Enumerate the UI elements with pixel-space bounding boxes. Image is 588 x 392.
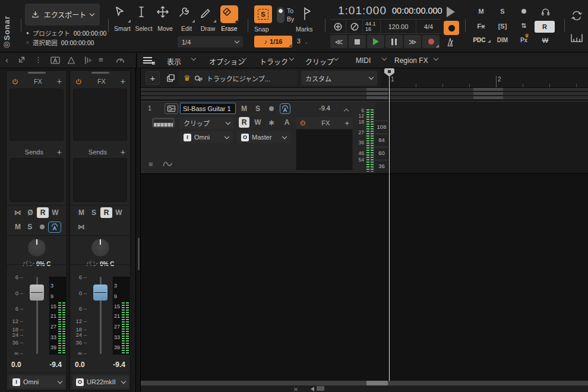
menu-midi[interactable]: MIDI: [356, 56, 371, 65]
interleave-button[interactable]: ⋈: [75, 222, 87, 232]
record-arm-button[interactable]: [444, 21, 459, 35]
wave-icon[interactable]: [163, 161, 172, 167]
sends-bin[interactable]: [73, 158, 127, 202]
solo-button[interactable]: S: [88, 207, 100, 218]
smart-tool-button[interactable]: Smart: [111, 5, 134, 32]
draw-tool-button[interactable]: Draw: [197, 5, 219, 32]
menu-region-fx[interactable]: Region FX: [394, 56, 428, 65]
time-display-primary[interactable]: 1:01:000: [331, 4, 393, 17]
read-button[interactable]: R: [37, 207, 49, 218]
mute-button[interactable]: M: [12, 222, 24, 232]
time-signature-display[interactable]: 4/4: [416, 20, 441, 33]
clip-mode-dropdown[interactable]: クリップ: [179, 117, 234, 129]
ruler-module-button[interactable]: [570, 32, 584, 44]
navigator-thumb[interactable]: [366, 88, 388, 100]
output-dropdown[interactable]: O UR22mkII: [72, 375, 129, 388]
chevron-down-icon[interactable]: [191, 56, 196, 61]
track-jump-control[interactable]: ♛ トラックにジャンプ...: [179, 71, 298, 86]
automation-read-button[interactable]: R: [535, 21, 555, 33]
freeze-button[interactable]: ∗: [266, 117, 277, 128]
power-icon[interactable]: [299, 119, 306, 127]
track-gain-value[interactable]: -9.4: [319, 105, 330, 112]
erase-tool-button[interactable]: Erase: [218, 5, 241, 32]
input-dropdown[interactable]: I Omni: [9, 375, 65, 388]
menu-options[interactable]: オプション: [209, 56, 245, 67]
audio-tab-button[interactable]: [50, 56, 61, 65]
preset-dropdown[interactable]: カスタム: [301, 71, 377, 86]
workspace-menu-button[interactable]: [143, 57, 152, 65]
track-mute-button[interactable]: M: [239, 103, 249, 114]
mix-audition-button[interactable]: [535, 7, 555, 17]
metronome-tab-button[interactable]: [67, 56, 76, 65]
scroll-box[interactable]: [317, 386, 324, 391]
export-button[interactable]: エクスポート: [25, 4, 100, 26]
pdc-button[interactable]: PDCPDC: [469, 37, 489, 43]
horizontal-scrollbar[interactable]: [141, 381, 588, 385]
mix-record-button[interactable]: [514, 8, 534, 15]
track-read-button[interactable]: R: [239, 117, 249, 128]
input-echo-button[interactable]: [48, 222, 61, 233]
pitch-ruler[interactable]: 108 84 60 36: [375, 101, 388, 174]
track-output-dropdown[interactable]: O Master: [237, 131, 290, 143]
solo-button[interactable]: S: [24, 222, 36, 232]
edit-tool-button[interactable]: Edit: [175, 5, 198, 32]
piano-roll-button[interactable]: [165, 103, 178, 114]
scrollbar-thumb[interactable]: [366, 381, 388, 385]
collapse-icon[interactable]: [344, 109, 349, 113]
add-send-button[interactable]: +: [121, 147, 125, 157]
track-input-echo-button[interactable]: [280, 103, 290, 114]
fx-bypass-button[interactable]: Fx: [471, 23, 491, 30]
sync-button[interactable]: [330, 20, 346, 33]
ripple-button[interactable]: ⇅: [514, 22, 534, 30]
add-fx-button[interactable]: +: [57, 77, 62, 86]
scroll-left-icon[interactable]: [311, 387, 314, 391]
marks-button[interactable]: [301, 6, 314, 21]
track-write-button[interactable]: W: [252, 117, 263, 128]
drag-handle[interactable]: [28, 72, 46, 74]
track-automation-button[interactable]: A: [282, 117, 292, 128]
phase-button[interactable]: Ø: [24, 207, 36, 218]
track-lane[interactable]: [388, 101, 588, 174]
drag-handle[interactable]: [91, 72, 109, 74]
loop-button[interactable]: [570, 10, 584, 23]
panel-menu-button[interactable]: ⋮: [34, 55, 42, 64]
navigator-strip[interactable]: [141, 88, 588, 100]
power-icon[interactable]: [75, 78, 83, 86]
snap-dot[interactable]: ·: [305, 39, 308, 46]
add-fx-button[interactable]: +: [121, 77, 125, 86]
pan-knob[interactable]: [91, 238, 110, 257]
fx-bin[interactable]: [10, 88, 64, 141]
tool-resolution-dropdown[interactable]: 1/4: [178, 36, 243, 48]
meter-tab-button[interactable]: [83, 56, 93, 65]
select-tool-button[interactable]: Select: [132, 5, 155, 32]
power-icon[interactable]: [11, 78, 19, 86]
track-header[interactable]: 1 M S -9.4 クリップ R W ∗ A: [141, 101, 375, 174]
interleave-button[interactable]: ⋈: [12, 207, 24, 218]
chevron-down-icon[interactable]: [434, 56, 438, 61]
read-button[interactable]: R: [100, 207, 112, 218]
popout-button[interactable]: [18, 55, 26, 64]
add-track-button[interactable]: +: [146, 71, 160, 85]
gauge-tab-button[interactable]: [115, 56, 125, 65]
chevron-down-icon[interactable]: [334, 56, 339, 61]
duplicate-button[interactable]: [163, 71, 178, 85]
metronome-button[interactable]: [444, 36, 456, 48]
add-fx-button[interactable]: +: [344, 119, 349, 128]
pan-knob[interactable]: [27, 238, 46, 257]
fx-bin[interactable]: [73, 88, 127, 141]
back-icon[interactable]: ‹: [5, 55, 8, 65]
fader-handle[interactable]: [93, 284, 108, 301]
px-button[interactable]: Px♛: [514, 37, 534, 43]
track-solo-button[interactable]: S: [252, 103, 263, 114]
exclusive-solo-button[interactable]: [S]: [492, 23, 513, 30]
play-arrow-button[interactable]: [447, 7, 455, 17]
sample-rate-display[interactable]: 44.1 16: [362, 20, 380, 33]
forward-button[interactable]: ≫: [404, 35, 421, 48]
write-button[interactable]: W: [49, 207, 61, 218]
sends-bin[interactable]: [10, 158, 64, 202]
track-arm-button[interactable]: [266, 103, 277, 114]
menu-clip[interactable]: クリップ: [305, 56, 334, 67]
mix-mute-button[interactable]: M: [471, 8, 491, 15]
track-fx-bin[interactable]: [296, 129, 353, 170]
time-ruler[interactable]: 1 2: [380, 68, 588, 88]
